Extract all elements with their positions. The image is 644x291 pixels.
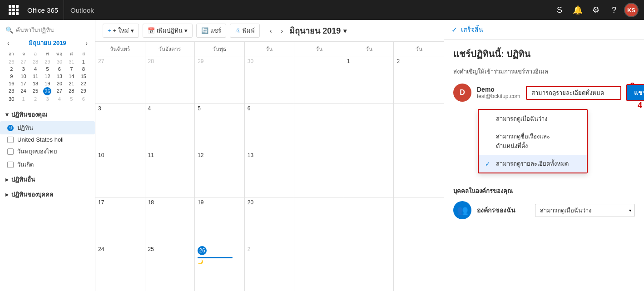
app-launcher-button[interactable]	[5, 0, 22, 20]
sidebar-item-calendar[interactable]: ป ปฏิทิน	[0, 121, 95, 134]
success-bar: ✓ เสร็จสิ้น	[444, 20, 644, 39]
print-button[interactable]: 🖨 พิมพ์	[230, 24, 260, 38]
calendar-cell-today[interactable]: 26 🌙	[195, 244, 245, 291]
calendar-cell[interactable]: 1	[344, 56, 394, 103]
next-month-button[interactable]: ›	[84, 39, 89, 48]
share-person-row: D Demo test@bckitup.com สามารถดูเมื่อฉัน…	[453, 84, 635, 102]
mini-cal-grid: 26 27 28 29 30 31 1 2 3 4 5 6 7 8 9 10 1…	[5, 58, 89, 103]
sidebar-item-us-holidays[interactable]: United States holi	[0, 134, 95, 145]
calendar-cell[interactable]: 18	[145, 197, 195, 244]
skype-button[interactable]: S	[551, 2, 568, 18]
user-avatar[interactable]: KS	[624, 3, 639, 17]
next-month-main-button[interactable]: ›	[278, 26, 286, 35]
calendar-cell[interactable]: 10	[95, 150, 145, 197]
right-panel: ✓ เสร็จสิ้น แชร์ปฏิทินนี้: ปฏิทิน ส่งคำเ…	[444, 20, 644, 291]
calendar-cell[interactable]: 27	[95, 56, 145, 103]
calendar-cell[interactable]	[344, 197, 394, 244]
calendar-cell[interactable]	[394, 244, 444, 291]
top-nav: Office 365 Outlook S 🔔 ⚙ ? KS	[0, 0, 644, 20]
calendar-cell[interactable]	[344, 104, 394, 150]
notifications-button[interactable]: 🔔	[570, 2, 586, 18]
calendar-cell[interactable]	[344, 150, 394, 197]
calendar-cell[interactable]: 6	[245, 104, 295, 150]
calendar-cell[interactable]: 19	[195, 197, 245, 244]
calendar-cell[interactable]	[294, 244, 344, 291]
calendar-cell[interactable]	[344, 244, 394, 291]
calendar-cell[interactable]: 29	[195, 56, 245, 103]
calendar-cell[interactable]: 17	[95, 197, 145, 244]
dropdown-popup-container: สามารถดูเมื่อฉันว่าง สามารถดูชื่อเรื่องแ…	[478, 109, 635, 173]
day-header-mon: วันจันทร์	[95, 42, 145, 56]
calendar-cell[interactable]	[294, 56, 344, 103]
person-avatar: D	[453, 84, 471, 102]
check-icon	[485, 138, 492, 145]
calendar-toolbar: + + ใหม่ ▾ 📅 เพิ่มปฏิทิน ▾ 🔄 แชร์ 🖨 พิมพ…	[95, 20, 444, 42]
calendar-cell[interactable]: 2	[245, 244, 295, 291]
print-icon: 🖨	[235, 27, 241, 34]
day-headers: วันจันทร์ วันอังคาร วันพุธ วัน วัน วัน ว…	[95, 42, 444, 56]
dropdown-option-title[interactable]: สามารถดูชื่อเรื่องและตำแหน่งที่ตั้ง	[479, 128, 587, 155]
chevron-down-icon: ▾	[184, 27, 188, 34]
calendar-cell[interactable]: 30	[245, 56, 295, 103]
calendar-week: 24 25 26 🌙 2	[95, 244, 444, 291]
share-button[interactable]: 🔄 แชร์	[196, 24, 226, 38]
calendar-cell[interactable]	[294, 104, 344, 150]
calendar-cell[interactable]	[394, 104, 444, 150]
new-event-button[interactable]: + + ใหม่ ▾	[103, 24, 139, 38]
calendar-week: 3 4 5 6	[95, 104, 444, 151]
bell-icon: 🔔	[573, 5, 583, 15]
person-info: Demo test@bckitup.com	[477, 86, 520, 99]
calendar-color-square	[7, 162, 14, 168]
calendar-cell[interactable]	[394, 197, 444, 244]
calendar-cell[interactable]: 5	[195, 104, 245, 150]
prev-month-button[interactable]: ‹	[5, 39, 11, 48]
permission-select[interactable]: สามารถดูเมื่อฉันว่าง สามารถดูชื่อเรื่องแ…	[526, 86, 621, 100]
plus-icon: +	[108, 27, 111, 34]
calendar-cell[interactable]	[394, 150, 444, 197]
number-4-badge: 4	[638, 101, 642, 110]
dropdown-option-free[interactable]: สามารถดูเมื่อฉันว่าง	[479, 110, 587, 128]
calendar-cell[interactable]: 20	[245, 197, 295, 244]
calendar-cell[interactable]: 24	[95, 244, 145, 291]
calendar-cell[interactable]: 28	[145, 56, 195, 103]
app-name: Outlook	[64, 6, 94, 14]
nav-icons: S 🔔 ⚙ ? KS	[551, 2, 639, 18]
settings-button[interactable]: ⚙	[588, 2, 604, 18]
day-header-sun: วัน	[394, 42, 444, 56]
calendar-cell[interactable]	[294, 197, 344, 244]
person-name: Demo	[477, 86, 520, 93]
org-avatar: 👥	[453, 201, 471, 219]
dropdown-option-all[interactable]: ✓ สามารถดูรายละเอียดทั้งหมด	[479, 155, 587, 173]
sidebar-item-label: วันเกิด	[17, 160, 34, 169]
skype-icon: S	[557, 5, 562, 15]
search-input[interactable]	[16, 27, 89, 34]
calendar-cell[interactable]: 3	[95, 104, 145, 150]
gear-icon: ⚙	[592, 5, 599, 15]
help-button[interactable]: ?	[606, 2, 622, 18]
sidebar-item-label: วันหยุดของไทย	[17, 147, 57, 156]
grid-icon	[9, 5, 19, 15]
prev-month-main-button[interactable]: ‹	[267, 26, 275, 35]
share-action-button[interactable]: แชร์	[627, 85, 644, 100]
people-calendars-section[interactable]: ▸ ปฏิทินของบุคคล	[0, 186, 95, 201]
calendar-cell[interactable]: 12	[195, 150, 245, 197]
calendar-color-square	[7, 148, 14, 155]
your-calendars-section[interactable]: ▾ ปฏิทินของคุณ	[0, 106, 95, 121]
question-icon: ?	[612, 5, 616, 15]
calendar-cell[interactable]: 4	[145, 104, 195, 150]
day-header-sat: วัน	[344, 42, 394, 56]
panel-subtitle: ส่งคำเชิญให้เข้าร่วมการแชร์ทางอีเมล	[453, 67, 635, 76]
calendar-cell[interactable]: 11	[145, 150, 195, 197]
sidebar-item-thai-holidays[interactable]: วันหยุดของไทย	[0, 145, 95, 158]
calendar-cell[interactable]: 25	[145, 244, 195, 291]
org-permission-select[interactable]: สามารถดูเมื่อฉันว่าง	[535, 204, 635, 217]
calendar-cell[interactable]	[294, 150, 344, 197]
calendar-cell[interactable]: 13	[245, 150, 295, 197]
other-calendars-section[interactable]: ▸ ปฏิทินอื่น	[0, 171, 95, 186]
sidebar-item-birthday[interactable]: วันเกิด	[0, 158, 95, 171]
add-calendar-button[interactable]: 📅 เพิ่มปฏิทิน ▾	[143, 24, 193, 38]
org-info: องค์กรของฉัน	[477, 205, 530, 215]
search-icon: 🔍	[5, 26, 13, 34]
left-sidebar: 🔍 ‹ มิถุนายน 2019 › อา จ อ พ พฤ ศ ส 26 2…	[0, 20, 95, 291]
calendar-cell[interactable]: 2	[394, 56, 444, 103]
